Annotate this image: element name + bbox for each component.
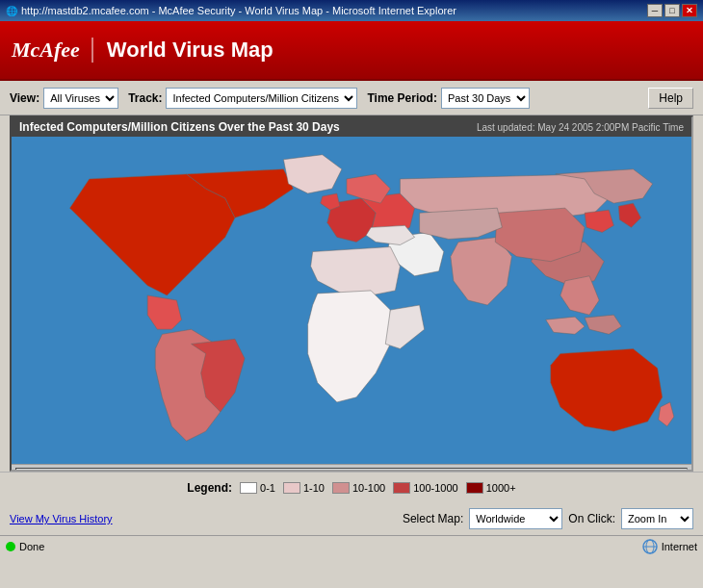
minimize-button[interactable]: ─ <box>647 4 663 17</box>
status-left: Done <box>6 541 44 552</box>
legend-label: Legend: <box>187 481 232 495</box>
view-select[interactable]: All Viruses <box>43 88 118 109</box>
legend-text-4: 1000+ <box>486 482 516 494</box>
select-map-label: Select Map: <box>403 512 463 525</box>
close-button[interactable]: ✕ <box>682 4 697 17</box>
status-indicator <box>6 542 15 551</box>
mcafee-logo: McAfee <box>12 38 93 63</box>
time-period-control: Time Period: Past 30 Days <box>367 88 529 109</box>
legend-item-2: 10-100 <box>332 482 385 494</box>
legend-item-3: 100-1000 <box>393 482 458 494</box>
bottom-bar: View My Virus History Select Map: Worldw… <box>0 502 703 535</box>
legend-color-4 <box>466 482 483 494</box>
page-title: World Virus Map <box>107 38 273 63</box>
legend-item-4: 1000+ <box>466 482 516 494</box>
legend-text-2: 10-100 <box>352 482 385 494</box>
controls-bar: View: All Viruses Track: Infected Comput… <box>0 81 703 115</box>
legend-item-0: 0-1 <box>240 482 275 494</box>
view-control: View: All Viruses <box>10 88 118 109</box>
maximize-button[interactable]: □ <box>664 4 680 17</box>
track-label: Track: <box>128 91 162 105</box>
on-click-label: On Click: <box>568 512 615 525</box>
track-control: Track: Infected Computers/Million Citize… <box>128 88 357 109</box>
legend-color-0 <box>240 482 257 494</box>
view-label: View: <box>10 91 39 105</box>
map-scrollbar-track[interactable] <box>15 468 688 473</box>
app-header: McAfee World Virus Map <box>0 21 703 81</box>
map-last-updated: Last updated: May 24 2005 2:00PM Pacific… <box>477 122 684 133</box>
help-button[interactable]: Help <box>648 88 693 109</box>
title-bar-left: 🌐 http://mastdb2.mcafee.com - McAfee Sec… <box>6 5 456 16</box>
legend-color-2 <box>332 482 350 494</box>
title-bar-text: http://mastdb2.mcafee.com - McAfee Secur… <box>21 5 456 16</box>
select-map-group: Select Map: Worldwide North America Euro… <box>403 508 693 529</box>
map-title: Infected Computers/Million Citizens Over… <box>19 120 340 134</box>
time-period-label: Time Period: <box>367 91 436 105</box>
time-period-select[interactable]: Past 30 Days <box>441 88 530 109</box>
status-right: Internet <box>642 539 697 554</box>
status-zone-text: Internet <box>662 541 697 552</box>
select-map-select[interactable]: Worldwide North America Europe Asia <box>469 508 562 529</box>
legend-bar: Legend: 0-1 1-10 10-100 100-1000 1000+ <box>0 472 703 502</box>
virus-history-link[interactable]: View My Virus History <box>10 513 113 524</box>
title-bar-buttons[interactable]: ─ □ ✕ <box>647 4 697 17</box>
status-bar: Done Internet <box>0 535 703 556</box>
on-click-select[interactable]: Zoom In Zoom Out Details <box>621 508 693 529</box>
title-bar-icon: 🌐 <box>6 6 17 16</box>
legend-color-3 <box>393 482 410 494</box>
legend-item-1: 1-10 <box>283 482 325 494</box>
internet-icon <box>642 539 658 554</box>
status-done-text: Done <box>19 541 44 552</box>
legend-color-1 <box>283 482 300 494</box>
legend-text-3: 100-1000 <box>413 482 458 494</box>
legend-text-1: 1-10 <box>303 482 325 494</box>
map-scrollbar[interactable] <box>12 464 691 472</box>
world-map-svg <box>12 137 691 464</box>
legend-text-0: 0-1 <box>260 482 275 494</box>
map-container: Infected Computers/Million Citizens Over… <box>10 115 693 472</box>
track-select[interactable]: Infected Computers/Million Citizens <box>166 88 357 109</box>
map-area[interactable] <box>12 137 691 464</box>
map-header: Infected Computers/Million Citizens Over… <box>12 117 691 137</box>
title-bar: 🌐 http://mastdb2.mcafee.com - McAfee Sec… <box>0 0 703 21</box>
